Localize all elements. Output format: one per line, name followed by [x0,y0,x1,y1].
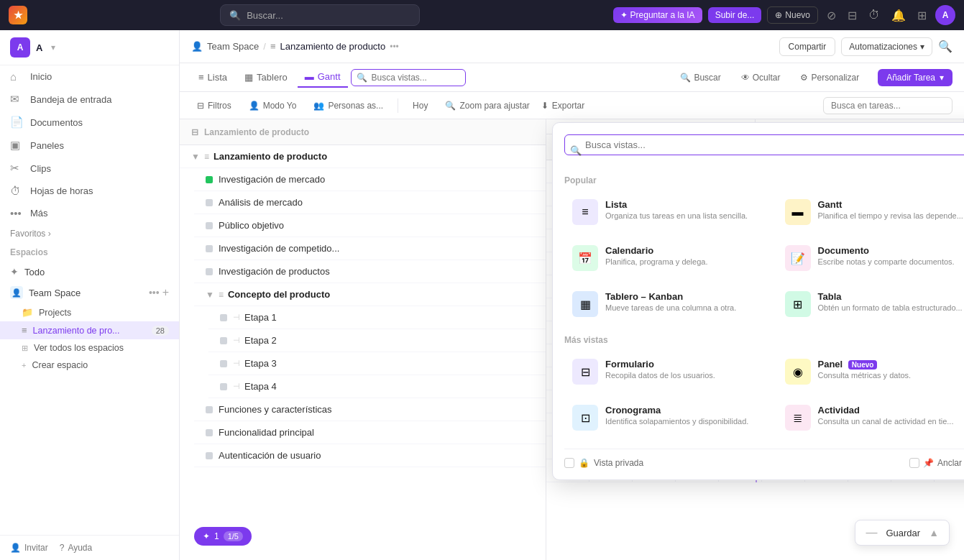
hoy-button[interactable]: Hoy [407,98,433,114]
dependency-icon: ⊣ [233,382,240,391]
ai-promo-bar[interactable]: ✦ 1 1/5 [194,527,252,546]
expand-collapse-icon[interactable]: ⊟ [191,127,198,137]
add-space-button[interactable]: + [162,286,169,299]
tab-gantt[interactable]: ▬ Gantt [298,67,348,88]
dropdown-item-desc: Mueve tareas de una columna a otra. [605,303,736,312]
sidebar-favoritos[interactable]: Favoritos › [0,224,179,243]
dropdown-item-name: Formulario [605,359,715,369]
ocultar-button[interactable]: 👁 Ocultar [734,70,788,86]
tab-lista[interactable]: ≡ Lista [191,68,234,87]
dropdown-item-actividad[interactable]: ≣ Actividad Consulta un canal de activid… [777,398,965,437]
more-icon: ••• [10,207,23,219]
pin-icon: 📌 [923,458,934,468]
dropdown-search-input[interactable] [564,134,964,155]
sidebar-item-paneles[interactable]: ▣ Paneles [0,134,179,157]
personalizar-button[interactable]: ⚙ Personalizar [793,70,866,86]
collapse-button[interactable]: ▼ [191,152,200,162]
ai-button[interactable]: ✦ Preguntar a la IA [613,7,702,23]
dropdown-item-lista[interactable]: ≡ Lista Organiza tus tareas en una lista… [564,193,770,231]
task-bullet [206,429,213,436]
checkbox-square [909,458,919,468]
modo-yo-button[interactable]: 👤 Modo Yo [243,98,303,114]
sidebar-item-inicio[interactable]: ⌂ Inicio [0,65,179,88]
share-button[interactable]: Compartir [779,37,836,56]
task-bullet [206,406,213,413]
table-row: ⊣ Etapa 1 [208,306,546,329]
sidebar-item-documentos[interactable]: 📄 Documentos [0,111,179,134]
sidebar-item-todo[interactable]: ✦ Todo [0,262,179,282]
toolbar-separator [398,98,398,113]
bell-icon[interactable]: 🔔 [889,6,909,25]
zoom-button[interactable]: 🔍 Zoom para ajustar [439,98,535,114]
sidebar-item-label: Todo [24,267,45,277]
people-icon: 👥 [313,101,324,111]
breadcrumb-space-icon: 👤 [191,41,203,52]
dropdown-item-name: Calendario [605,245,707,256]
sidebar-item-team-space[interactable]: 👤 Team Space ••• + [0,282,179,303]
dropdown-item-calendario[interactable]: 📅 Calendario Planifica, programa y deleg… [564,239,770,277]
automatizaciones-button[interactable]: Automatizaciones ▾ [841,37,932,56]
search-icon: 🔍 [680,73,691,83]
sidebar-username: A [36,42,42,53]
header-search-button[interactable]: 🔍 [938,40,952,53]
vista-privada-checkbox[interactable]: 🔒 Vista privada [564,458,643,468]
calendar-icon[interactable]: ⊟ [845,6,860,25]
dropdown-item-documento[interactable]: 📝 Documento Escribe notas y comparte doc… [777,239,965,277]
todo-icon: ✦ [10,266,19,277]
help-icon[interactable]: ⊘ [824,6,839,25]
header-actions: Compartir Automatizaciones ▾ 🔍 [779,37,952,56]
help-button[interactable]: ? Ayuda [60,543,93,553]
collapse-save-icon[interactable]: ▲ [929,527,939,538]
collapse-button[interactable]: ▼ [206,290,214,300]
sidebar-item-mas[interactable]: ••• Más [0,202,179,224]
tab-tablero[interactable]: ▦ Tablero [237,68,295,87]
export-button[interactable]: ⬇ Exportar [541,101,584,111]
dropdown-item-tablero[interactable]: ▦ Tablero – Kanban Mueve tareas de una c… [564,285,770,323]
dropdown-item-text: Actividad Consulta un canal de actividad… [818,405,954,426]
sidebar-item-projects[interactable]: 📁 Projects [0,303,179,321]
sidebar-item-hojas[interactable]: ⏱ Hojas de horas [0,180,179,202]
dependency-icon: ⊣ [233,313,240,322]
clock-icon[interactable]: ⏱ [866,6,883,24]
list-view-icon: ≡ [572,199,598,225]
sidebar-item-clips[interactable]: ✂ Clips [0,157,179,180]
upload-button[interactable]: Subir de... [708,7,762,23]
sidebar-item-ver-todos[interactable]: ⊞ Ver todos los espacios [0,339,179,357]
save-button[interactable]: Guardar [886,528,920,538]
activity-view-icon: ≣ [785,405,811,431]
filtros-button[interactable]: ⊟ Filtros [191,98,237,114]
add-task-button[interactable]: Añadir Tarea ▾ [878,69,952,86]
anclar-vista-checkbox[interactable]: 📌 Anclar vista [909,458,964,468]
sparkle-icon: ✦ [620,10,628,20]
dropdown-item-gantt[interactable]: ▬ Gantt Planifica el tiempo y revisa las… [777,193,965,231]
dropdown-item-text: Gantt Planifica el tiempo y revisa las d… [818,199,963,220]
global-search[interactable]: 🔍 Buscar... [220,4,420,26]
sidebar-item-lanzamiento[interactable]: ≡ Lanzamiento de pro... 28 [0,321,179,339]
grid-icon[interactable]: ⊞ [914,6,929,25]
dropdown-item-name: Cronograma [605,405,748,416]
personas-button[interactable]: 👥 Personas as... [308,98,389,114]
search-tasks-input[interactable] [823,97,952,114]
dropdown-item-text: Calendario Planifica, programa y delega. [605,245,707,266]
dropdown-item-name: Tablero – Kanban [605,291,736,302]
view-search-input[interactable] [351,69,466,86]
dropdown-item-desc: Planifica, programa y delega. [605,257,707,266]
circle-icon: ⊕ [775,10,782,20]
dropdown-item-cronograma[interactable]: ⊡ Cronograma Identifica solapamientos y … [564,398,770,437]
filter-icon: ⊟ [197,101,204,111]
dropdown-item-panel[interactable]: ◉ Panel Nuevo Consulta métricas y datos. [777,352,965,391]
sidebar-item-bandeja[interactable]: ✉ Bandeja de entrada [0,88,179,111]
inbox-icon: ✉ [10,93,23,106]
dots-menu-icon[interactable]: ••• [149,287,160,298]
breadcrumb-more-icon[interactable]: ••• [390,42,399,52]
task-bullet [206,199,213,206]
buscar-button[interactable]: 🔍 Buscar [673,70,727,86]
dropdown-item-tabla[interactable]: ⊞ Tabla Obtén un formato de tabla estruc… [777,285,965,323]
sidebar-item-crear-espacio[interactable]: + Crear espacio [0,357,179,374]
panel-icon: ▣ [10,139,23,152]
invite-button[interactable]: 👤 Invitar [10,543,48,553]
new-button[interactable]: ⊕ Nuevo [767,6,818,24]
task-bullet [220,360,227,367]
dropdown-item-formulario[interactable]: ⊟ Formulario Recopila datos de los usuar… [564,352,770,391]
user-avatar[interactable]: A [935,5,955,25]
